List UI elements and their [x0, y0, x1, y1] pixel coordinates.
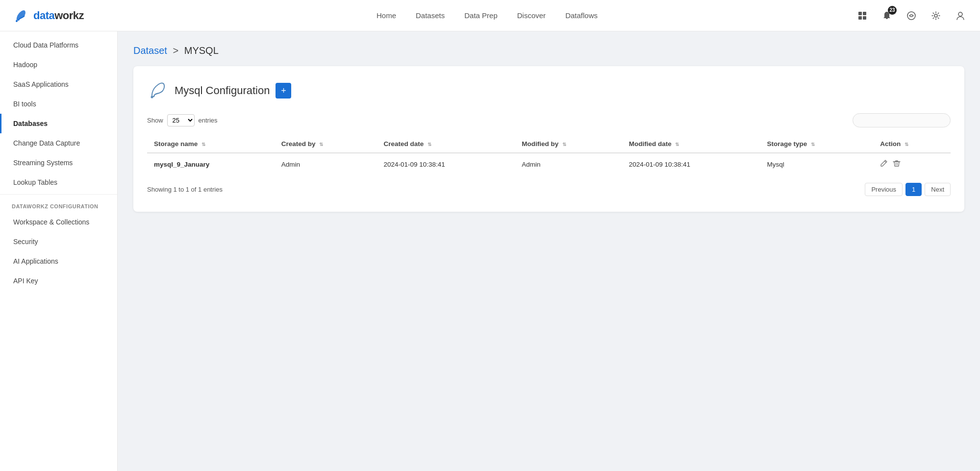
- entries-label: entries: [199, 117, 218, 124]
- user-button[interactable]: [953, 8, 968, 24]
- table-header: Storage name ⇅ Created by ⇅ Created date…: [147, 135, 951, 153]
- cell-storage-name: mysql_9_January: [147, 153, 275, 175]
- header-icons: 23: [854, 8, 968, 24]
- settings-button[interactable]: [928, 8, 944, 24]
- notification-button[interactable]: 23: [879, 8, 895, 24]
- sidebar-item-streaming-systems[interactable]: Streaming Systems: [0, 153, 117, 173]
- search-input[interactable]: [853, 113, 951, 127]
- cell-created-date: 2024-01-09 10:38:41: [377, 153, 515, 175]
- sidebar-item-ai-applications[interactable]: AI Applications: [0, 251, 117, 271]
- sidebar-item-change-data-capture[interactable]: Change Data Capture: [0, 133, 117, 153]
- notification-badge: 23: [888, 6, 897, 15]
- breadcrumb: Dataset > MYSQL: [133, 45, 964, 56]
- card-title: Mysql Configuration: [175, 84, 270, 97]
- col-storage-name: Storage name ⇅: [147, 135, 275, 153]
- nav-home[interactable]: Home: [377, 9, 396, 22]
- breadcrumb-separator: >: [173, 45, 179, 56]
- sidebar-item-lookup-tables[interactable]: Lookup Tables: [0, 173, 117, 192]
- svg-rect-2: [863, 12, 866, 15]
- svg-rect-1: [858, 12, 862, 15]
- cell-storage-type: Mysql: [760, 153, 874, 175]
- data-table: Storage name ⇅ Created by ⇅ Created date…: [147, 135, 951, 175]
- pagination: Previous 1 Next: [865, 183, 951, 196]
- card-header: Mysql Configuration +: [147, 80, 951, 101]
- col-storage-type: Storage type ⇅: [760, 135, 874, 153]
- svg-rect-4: [863, 16, 866, 20]
- next-button[interactable]: Next: [925, 183, 951, 196]
- mysql-config-card: Mysql Configuration + Show 25 10 50 100 …: [133, 66, 964, 212]
- col-created-date: Created date ⇅: [377, 135, 515, 153]
- table-row: mysql_9_January Admin 2024-01-09 10:38:4…: [147, 153, 951, 175]
- edit-icon[interactable]: [880, 159, 888, 169]
- svg-point-7: [958, 12, 962, 16]
- sidebar-item-saas-applications[interactable]: SaaS Applications: [0, 74, 117, 94]
- grid-icon-button[interactable]: [854, 8, 870, 24]
- table-body: mysql_9_January Admin 2024-01-09 10:38:4…: [147, 153, 951, 175]
- svg-point-5: [907, 12, 915, 20]
- col-action: Action ⇅: [873, 135, 951, 153]
- main-nav: Home Datasets Data Prep Discover Dataflo…: [120, 9, 854, 22]
- page-1-button[interactable]: 1: [905, 183, 922, 196]
- table-footer: Showing 1 to 1 of 1 entries Previous 1 N…: [147, 183, 951, 196]
- sidebar-section-config: DATAWORKZ CONFIGURATION: [0, 197, 117, 212]
- entries-select[interactable]: 25 10 50 100: [167, 114, 195, 126]
- svg-point-0: [16, 20, 18, 22]
- sidebar-item-bi-tools[interactable]: BI tools: [0, 94, 117, 114]
- logo-icon: [12, 7, 29, 25]
- sidebar-item-hadoop[interactable]: Hadoop: [0, 55, 117, 74]
- show-label: Show: [147, 117, 163, 124]
- cell-action: [873, 153, 951, 175]
- sort-icon-modified-by: ⇅: [562, 142, 566, 147]
- table-controls: Show 25 10 50 100 entries: [147, 113, 951, 127]
- sidebar-item-cloud-data-platforms[interactable]: Cloud Data Platforms: [0, 35, 117, 55]
- nav-datasets[interactable]: Datasets: [416, 9, 445, 22]
- nav-dataflows[interactable]: Dataflows: [565, 9, 598, 22]
- main-content: Dataset > MYSQL Mysql Configuration +: [118, 31, 980, 471]
- col-modified-date: Modified date ⇅: [622, 135, 760, 153]
- nav-discover[interactable]: Discover: [517, 9, 546, 22]
- sort-icon-action: ⇅: [905, 142, 908, 147]
- svg-point-8: [151, 96, 153, 99]
- sidebar-divider: [0, 194, 117, 195]
- sort-icon-storage-type: ⇅: [811, 142, 815, 147]
- sidebar: Cloud Data Platforms Hadoop SaaS Applica…: [0, 31, 118, 471]
- delete-icon[interactable]: [893, 159, 901, 169]
- cell-created-by: Admin: [275, 153, 377, 175]
- col-modified-by: Modified by ⇅: [515, 135, 622, 153]
- logo-text: dataworkz: [33, 9, 84, 22]
- chat-icon: [906, 11, 916, 21]
- svg-point-6: [934, 14, 937, 17]
- app-header: dataworkz Home Datasets Data Prep Discov…: [0, 0, 980, 31]
- gear-icon: [931, 11, 941, 21]
- sort-icon-created-date: ⇅: [427, 142, 431, 147]
- sort-icon-modified-date: ⇅: [675, 142, 679, 147]
- sort-icon-storage-name: ⇅: [201, 142, 205, 147]
- showing-text: Showing 1 to 1 of 1 entries: [147, 186, 223, 193]
- sidebar-item-security[interactable]: Security: [0, 232, 117, 251]
- logo: dataworkz: [12, 7, 120, 25]
- sidebar-item-workspace-collections[interactable]: Workspace & Collections: [0, 212, 117, 232]
- sort-icon-created-by: ⇅: [319, 142, 323, 147]
- breadcrumb-current: MYSQL: [184, 45, 219, 56]
- breadcrumb-link[interactable]: Dataset: [133, 45, 167, 56]
- show-entries-control: Show 25 10 50 100 entries: [147, 114, 218, 126]
- cell-modified-by: Admin: [515, 153, 622, 175]
- previous-button[interactable]: Previous: [865, 183, 903, 196]
- sidebar-item-api-key[interactable]: API Key: [0, 271, 117, 291]
- nav-data-prep[interactable]: Data Prep: [464, 9, 498, 22]
- grid-icon: [857, 11, 867, 21]
- cell-modified-date: 2024-01-09 10:38:41: [622, 153, 760, 175]
- user-icon: [955, 11, 965, 21]
- col-created-by: Created by ⇅: [275, 135, 377, 153]
- app-body: Cloud Data Platforms Hadoop SaaS Applica…: [0, 31, 980, 471]
- svg-rect-3: [858, 16, 862, 20]
- mysql-icon: [147, 80, 169, 101]
- add-config-button[interactable]: +: [276, 83, 291, 99]
- sidebar-item-databases[interactable]: Databases: [0, 114, 117, 133]
- chat-button[interactable]: [904, 8, 919, 24]
